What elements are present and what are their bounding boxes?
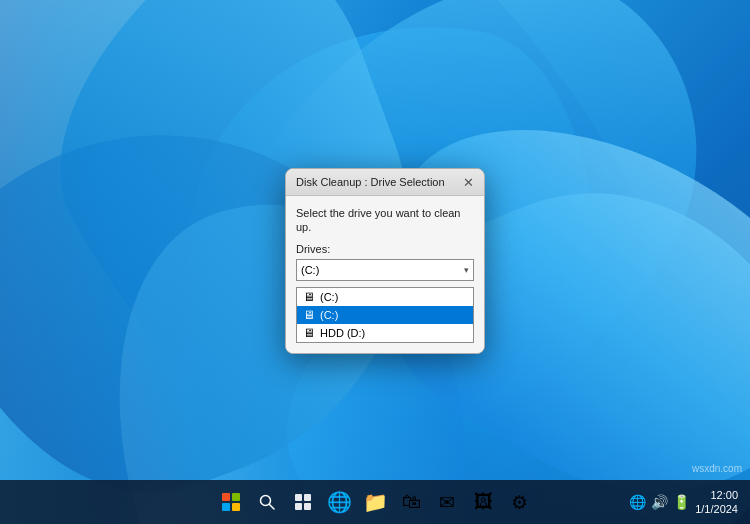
dialog-instruction: Select the drive you want to clean up. xyxy=(296,206,474,235)
drive-label: (C:) xyxy=(320,291,338,303)
edge-button[interactable]: 🌐 xyxy=(323,486,355,518)
taskbar: 🌐 📁 🛍 ✉ 🖼 ⚙ 🌐 🔊 🔋 12:00 1/1/2024 xyxy=(0,480,750,524)
dialog-title: Disk Cleanup : Drive Selection xyxy=(296,176,445,188)
battery-icon[interactable]: 🔋 xyxy=(671,492,691,512)
drive-icon: 🖥 xyxy=(303,326,315,340)
svg-line-1 xyxy=(270,505,275,510)
start-button[interactable] xyxy=(215,486,247,518)
drive-item-c2[interactable]: 🖥 (C:) xyxy=(297,306,473,324)
drive-icon: 🖥 xyxy=(303,290,315,304)
dropdown-arrow-icon: ▾ xyxy=(464,265,469,275)
store-button[interactable]: 🛍 xyxy=(395,486,427,518)
drive-icon: 🖥 xyxy=(303,308,315,322)
drives-label: Drives: xyxy=(296,243,474,255)
search-button[interactable] xyxy=(251,486,283,518)
dialog-close-button[interactable]: ✕ xyxy=(460,174,476,190)
drives-dropdown[interactable]: (C:) ▾ xyxy=(296,259,474,281)
settings-button[interactable]: ⚙ xyxy=(503,486,535,518)
taskbar-right: 🌐 🔊 🔋 12:00 1/1/2024 xyxy=(627,488,742,517)
watermark: wsxdn.com xyxy=(692,463,742,474)
drive-label: (C:) xyxy=(320,309,338,321)
svg-rect-2 xyxy=(295,494,302,501)
taskbar-center: 🌐 📁 🛍 ✉ 🖼 ⚙ xyxy=(215,486,535,518)
dropdown-value: (C:) xyxy=(301,264,319,276)
dialog-titlebar: Disk Cleanup : Drive Selection ✕ xyxy=(286,169,484,196)
drive-item-d[interactable]: 🖥 HDD (D:) xyxy=(297,324,473,342)
drive-item-c1[interactable]: 🖥 (C:) xyxy=(297,288,473,306)
tray-icons: 🌐 🔊 🔋 xyxy=(627,492,691,512)
svg-rect-3 xyxy=(304,494,311,501)
photos-button[interactable]: 🖼 xyxy=(467,486,499,518)
clock[interactable]: 12:00 1/1/2024 xyxy=(695,488,738,517)
task-view-button[interactable] xyxy=(287,486,319,518)
drives-list: 🖥 (C:) 🖥 (C:) 🖥 HDD (D:) xyxy=(296,287,474,343)
email-button[interactable]: ✉ xyxy=(431,486,463,518)
svg-rect-5 xyxy=(304,503,311,510)
network-icon[interactable]: 🌐 xyxy=(627,492,647,512)
time-display: 12:00 xyxy=(695,488,738,502)
dialog-body: Select the drive you want to clean up. D… xyxy=(286,196,484,353)
explorer-button[interactable]: 📁 xyxy=(359,486,391,518)
date-display: 1/1/2024 xyxy=(695,502,738,516)
disk-cleanup-dialog: Disk Cleanup : Drive Selection ✕ Select … xyxy=(285,168,485,354)
svg-rect-4 xyxy=(295,503,302,510)
volume-icon[interactable]: 🔊 xyxy=(649,492,669,512)
drive-label: HDD (D:) xyxy=(320,327,365,339)
